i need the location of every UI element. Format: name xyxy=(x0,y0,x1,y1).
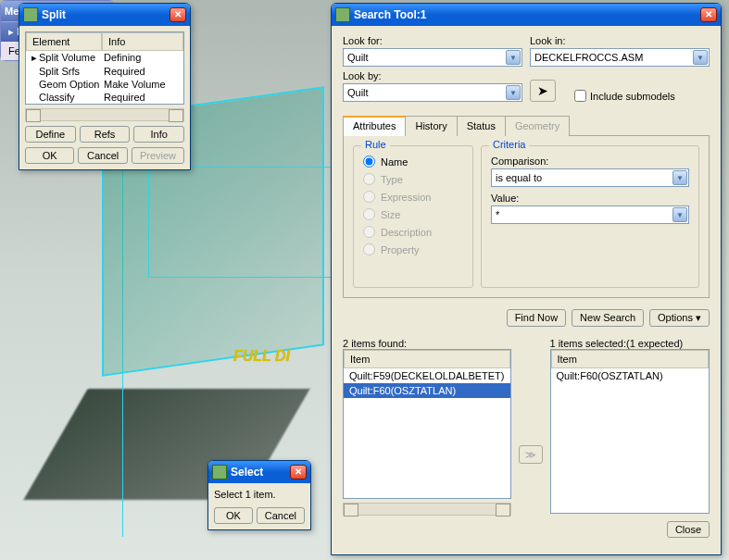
select-titlebar[interactable]: Select ✕ xyxy=(208,461,310,483)
rule-name-radio[interactable]: Name xyxy=(363,156,463,168)
found-count-label: 2 items found: xyxy=(343,338,511,349)
include-submodels-checkbox[interactable]: Include submodels xyxy=(574,90,675,102)
info-button[interactable]: Info xyxy=(133,126,184,143)
tab-body: Rule Name Type Expression Size Descripti… xyxy=(343,136,710,298)
caret-icon: ▸ xyxy=(31,52,39,64)
found-item-0[interactable]: Quilt:F59(DECKELOLDALBETET) xyxy=(344,368,510,383)
value-label: Value: xyxy=(491,193,689,204)
rule-size-radio: Size xyxy=(363,208,463,220)
horizontal-scrollbar[interactable] xyxy=(25,108,184,121)
search-tabs: Attributes History Status Geometry xyxy=(343,115,710,136)
found-header[interactable]: Item xyxy=(344,350,510,368)
tab-geometry: Geometry xyxy=(505,116,570,136)
model-face xyxy=(148,167,333,278)
look-by-combo[interactable]: Quilt ▼ xyxy=(343,83,522,102)
split-list[interactable]: Element Info ▸Split Volume Defining Spli… xyxy=(25,31,184,105)
cancel-button[interactable]: Cancel xyxy=(78,147,127,164)
select-message: Select 1 item. xyxy=(214,489,305,500)
ok-button[interactable]: OK xyxy=(25,147,74,164)
close-icon[interactable]: ✕ xyxy=(170,7,186,22)
pick-cursor-button[interactable]: ➤ xyxy=(530,80,556,102)
find-now-button[interactable]: Find Now xyxy=(507,309,566,327)
chevron-down-icon[interactable]: ▼ xyxy=(506,50,521,65)
new-search-button[interactable]: New Search xyxy=(572,309,644,327)
tab-status[interactable]: Status xyxy=(457,116,506,136)
close-icon[interactable]: ✕ xyxy=(290,465,307,479)
ok-button[interactable]: OK xyxy=(214,507,253,524)
header-info[interactable]: Info xyxy=(102,32,183,51)
rule-expression-radio: Expression xyxy=(363,191,463,203)
search-tool-dialog: Search Tool:1 ✕ Look for: Quilt ▼ Look i… xyxy=(331,3,722,555)
cancel-button[interactable]: Cancel xyxy=(257,507,305,524)
define-button[interactable]: Define xyxy=(25,126,76,143)
search-title: Search Tool:1 xyxy=(354,8,700,21)
chevron-right-icon: ≫ xyxy=(525,449,536,461)
app-icon xyxy=(23,7,38,22)
rule-description-radio: Description xyxy=(363,226,463,238)
app-icon xyxy=(335,7,350,22)
criteria-legend: Criteria xyxy=(489,139,529,150)
look-for-combo[interactable]: Quilt ▼ xyxy=(343,48,522,67)
list-item-split-volume[interactable]: ▸Split Volume Defining xyxy=(26,51,183,65)
refs-button[interactable]: Refs xyxy=(80,126,131,143)
app-icon xyxy=(212,465,227,479)
search-titlebar[interactable]: Search Tool:1 ✕ xyxy=(332,4,721,26)
comparison-label: Comparison: xyxy=(491,156,689,167)
rule-type-radio: Type xyxy=(363,173,463,185)
close-icon[interactable]: ✕ xyxy=(700,7,717,22)
select-dialog: Select ✕ Select 1 item. OK Cancel xyxy=(207,460,311,530)
viewport-annotation: FULL DI xyxy=(233,348,290,365)
include-submodels-input[interactable] xyxy=(574,90,586,102)
list-item-classify[interactable]: Classify Required xyxy=(26,91,183,104)
list-item-geom-option[interactable]: Geom Option Make Volume xyxy=(26,78,183,91)
tab-attributes[interactable]: Attributes xyxy=(343,116,406,136)
preview-button: Preview xyxy=(132,147,184,164)
header-element[interactable]: Element xyxy=(26,32,102,51)
chevron-down-icon[interactable]: ▼ xyxy=(506,85,521,100)
options-button[interactable]: Options ▾ xyxy=(649,309,710,327)
split-title: Split xyxy=(42,8,170,21)
transfer-button[interactable]: ≫ xyxy=(519,445,543,464)
look-in-combo[interactable]: DECKELFROCCS.ASM ▼ xyxy=(530,48,710,67)
look-by-label: Look by: xyxy=(343,70,522,81)
chevron-down-icon[interactable]: ▼ xyxy=(672,170,687,185)
selected-item-0[interactable]: Quilt:F60(OSZTATLAN) xyxy=(551,368,710,383)
chevron-down-icon[interactable]: ▼ xyxy=(672,207,687,222)
found-scrollbar[interactable] xyxy=(343,503,511,516)
split-list-header: Element Info xyxy=(26,32,183,51)
cursor-icon: ➤ xyxy=(537,83,548,98)
selected-count-label: 1 items selected:(1 expected) xyxy=(550,338,710,349)
close-button[interactable]: Close xyxy=(667,521,710,538)
look-in-label: Look in: xyxy=(530,35,710,46)
rule-legend: Rule xyxy=(361,139,390,150)
selected-items-list[interactable]: Item Quilt:F60(OSZTATLAN) xyxy=(550,349,710,514)
split-titlebar[interactable]: Split ✕ xyxy=(19,4,190,26)
tab-history[interactable]: History xyxy=(405,116,457,136)
rule-property-radio: Property xyxy=(363,243,463,255)
comparison-combo[interactable]: is equal to ▼ xyxy=(491,168,689,187)
selected-header[interactable]: Item xyxy=(551,350,710,368)
include-submodels-label: Include submodels xyxy=(590,91,675,102)
look-for-label: Look for: xyxy=(343,35,522,46)
found-items-list[interactable]: Item Quilt:F59(DECKELOLDALBETET) Quilt:F… xyxy=(343,349,511,499)
list-item-split-srfs[interactable]: Split Srfs Required xyxy=(26,65,183,78)
value-combo[interactable]: * ▼ xyxy=(491,205,689,224)
select-title: Select xyxy=(231,466,290,479)
found-item-1[interactable]: Quilt:F60(OSZTATLAN) xyxy=(344,383,510,398)
split-dialog: Split ✕ Element Info ▸Split Volume Defin… xyxy=(19,3,191,170)
chevron-down-icon[interactable]: ▼ xyxy=(693,50,708,65)
